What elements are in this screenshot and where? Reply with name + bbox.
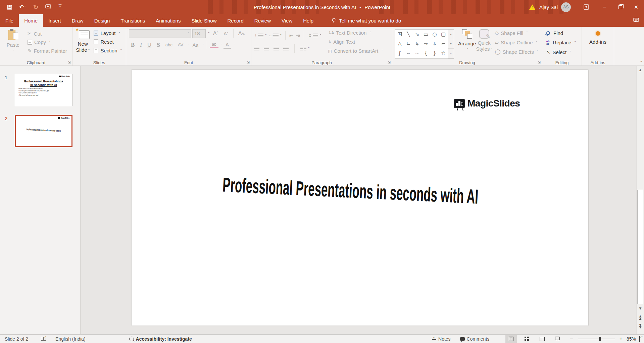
highlight-color-button[interactable]: ab [210,42,218,48]
customize-qat-icon[interactable]: ▔˅ [59,5,61,9]
cut-button[interactable]: ✂Cut [26,30,68,37]
vertical-scrollbar[interactable]: ▲ ▼ ▲▲ ▼▼ [636,66,644,334]
ribbon-display-options-icon[interactable] [578,0,594,14]
tab-animations[interactable]: Animations [150,14,186,27]
line-spacing-button[interactable]: ↕˅ [308,33,321,39]
redo-icon[interactable]: ↻ [33,3,39,11]
shape-oval[interactable]: ○ [430,30,439,39]
close-button[interactable]: ✕ [628,0,644,14]
shape-rounded-rectangle[interactable]: ▢ [439,30,448,39]
notes-button[interactable]: Notes [432,336,451,342]
font-dialog-launcher-icon[interactable]: ⇲ [247,60,250,65]
new-slide-button[interactable]: * New Slide˅ [75,29,90,54]
shape-arrow-line[interactable]: ↘ [413,30,422,39]
previous-slide-button[interactable]: ▲▲ [637,315,643,320]
shape-triangle[interactable]: △ [395,39,404,48]
tab-insert[interactable]: Insert [43,14,66,27]
italic-button[interactable]: I [138,41,144,49]
warning-icon[interactable]: ! [529,4,535,10]
addins-button[interactable]: Add-ins [585,29,611,45]
zoom-level[interactable]: 85% [627,336,636,342]
paragraph-dialog-launcher-icon[interactable]: ⇲ [388,60,391,65]
shape-elbow-connector[interactable]: ∟ [404,39,413,48]
copy-button[interactable]: Copy˅ [26,39,68,46]
change-case-button[interactable]: Aa [191,42,200,48]
undo-button[interactable]: ↶˅ [19,4,27,10]
gallery-more-icon[interactable]: ▿ [448,49,454,58]
align-center-icon[interactable] [264,47,269,51]
font-name-combobox[interactable]: ˅ [129,29,191,38]
slide-sorter-view-button[interactable] [521,335,532,343]
shape-scribble[interactable]: ∫ [395,48,404,58]
tab-record[interactable]: Record [222,14,249,27]
align-left-icon[interactable] [254,47,259,51]
shape-left-brace[interactable]: { [422,48,430,58]
select-button[interactable]: ↖Select˅ [545,48,577,56]
font-color-button[interactable]: A [224,41,231,49]
find-button[interactable]: Find [545,30,577,37]
avatar[interactable]: AS [561,2,571,12]
shape-down-arrow[interactable]: ⇓ [430,39,439,48]
columns-button[interactable]: ˅ [300,47,310,51]
minimize-button[interactable]: ─ [597,0,612,14]
collapse-ribbon-icon[interactable]: ˄ [640,60,643,65]
shape-right-brace[interactable]: } [430,48,439,58]
drawing-dialog-launcher-icon[interactable]: ⇲ [538,60,541,65]
tab-draw[interactable]: Draw [66,14,89,27]
tell-me-box[interactable]: Tell me what you want to do [326,14,406,27]
shape-rectangle[interactable]: ▭ [422,30,430,39]
zoom-out-button[interactable]: − [568,336,575,342]
grow-font-button[interactable]: A˄ [211,30,220,37]
bullets-button[interactable]: ⋮˅ [254,34,267,38]
arrange-button[interactable]: Arrange ˅ [458,29,476,53]
shape-textbox[interactable]: A [395,30,404,39]
slideshow-view-button[interactable] [552,335,563,343]
tab-transitions[interactable]: Transitions [115,14,150,27]
tab-review[interactable]: Review [249,14,276,27]
paste-button[interactable]: Paste ˅ [3,29,23,54]
gallery-scroll-up-icon[interactable]: ▴ [448,30,454,39]
slide-title-text[interactable]: Professional Presentations in seconds wi… [222,173,474,208]
save-icon[interactable] [7,4,12,10]
align-right-icon[interactable] [274,47,279,51]
shrink-font-button[interactable]: A˅ [222,31,231,37]
clear-formatting-button[interactable]: A✎ [236,30,247,37]
clipboard-dialog-launcher-icon[interactable]: ⇲ [68,60,71,65]
normal-view-button[interactable] [505,335,517,343]
fit-slide-button[interactable] [639,336,640,342]
quick-styles-button[interactable]: Quick Styles˅ [476,29,492,53]
justify-icon[interactable] [283,47,289,51]
slide-2-thumbnail-selected[interactable]: MagicSlides Professional Presentations i… [15,115,72,147]
align-text-button[interactable]: ⇕Align Text˅ [327,38,384,45]
slide-canvas[interactable]: MagicSlides Professional Presentations i… [132,70,588,326]
start-slideshow-icon[interactable] [45,4,52,10]
shape-effects-button[interactable]: ◯Shape Effects˅ [494,48,540,55]
shape-right-arrow[interactable]: ⇒ [422,39,430,48]
tab-design[interactable]: Design [89,14,115,27]
text-direction-button[interactable]: ↕AText Direction˅ [327,29,384,36]
scroll-down-icon[interactable]: ▼ [637,306,643,311]
restore-button[interactable] [612,0,628,14]
undo-chevron-icon[interactable]: ˅ [25,5,27,9]
user-name[interactable]: Ajay Sai [539,4,558,10]
shape-outline-button[interactable]: ▱Shape Outline˅ [494,39,540,46]
tab-home[interactable]: Home [19,14,43,27]
zoom-slider[interactable] [578,339,615,339]
shape-curve[interactable]: ∼ [413,48,422,58]
convert-smartart-button[interactable]: ◫Convert to SmartArt˅ [327,47,384,54]
scrollbar-thumb[interactable] [637,190,643,304]
strikethrough-button[interactable]: abc [163,42,175,48]
tab-help[interactable]: Help [298,14,319,27]
magicslides-logo[interactable]: MagicSlides [454,98,520,109]
replace-button[interactable]: abacReplace˅ [545,39,577,46]
section-button[interactable]: Section˅ [92,47,123,54]
layout-button[interactable]: Layout˅ [92,30,123,37]
accessibility-status[interactable]: Accessibility: Investigate [129,336,192,342]
comments-note-icon[interactable] [633,18,639,23]
shape-freeform[interactable]: ⌐ [439,39,448,48]
text-shadow-button[interactable]: S [155,41,162,49]
thumbnail-item-2[interactable]: 2 MagicSlides Professional Presentations… [0,115,80,152]
slide-1-thumbnail[interactable]: MagicSlides Professional Presentationsin… [15,74,72,106]
tab-view[interactable]: View [276,14,298,27]
comments-button[interactable]: Comments [460,336,490,342]
